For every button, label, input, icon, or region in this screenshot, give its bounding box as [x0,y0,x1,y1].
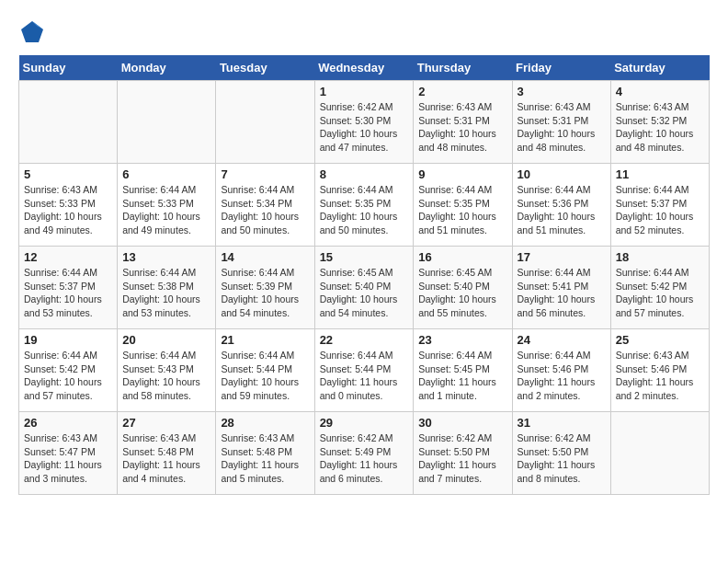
day-info: Sunrise: 6:45 AM Sunset: 5:40 PM Dayligh… [418,266,506,320]
day-info: Sunrise: 6:44 AM Sunset: 5:35 PM Dayligh… [320,183,409,237]
day-cell: 5Sunrise: 6:43 AM Sunset: 5:33 PM Daylig… [19,164,118,247]
day-number: 25 [616,333,704,347]
day-number: 9 [418,167,506,181]
calendar-table: SundayMondayTuesdayWednesdayThursdayFrid… [18,55,710,495]
week-row-1: 1Sunrise: 6:42 AM Sunset: 5:30 PM Daylig… [19,81,710,164]
day-info: Sunrise: 6:44 AM Sunset: 5:38 PM Dayligh… [122,266,210,320]
day-info: Sunrise: 6:44 AM Sunset: 5:44 PM Dayligh… [221,349,309,403]
day-cell: 24Sunrise: 6:44 AM Sunset: 5:46 PM Dayli… [512,329,610,412]
day-info: Sunrise: 6:43 AM Sunset: 5:46 PM Dayligh… [616,349,704,403]
svg-marker-0 [21,21,43,42]
day-number: 15 [320,250,409,264]
day-number: 24 [518,333,606,347]
week-row-3: 12Sunrise: 6:44 AM Sunset: 5:37 PM Dayli… [19,247,710,329]
day-number: 27 [122,416,210,430]
day-number: 13 [122,250,210,264]
day-cell: 12Sunrise: 6:44 AM Sunset: 5:37 PM Dayli… [19,247,118,329]
day-cell: 2Sunrise: 6:43 AM Sunset: 5:31 PM Daylig… [414,81,512,164]
day-cell: 26Sunrise: 6:43 AM Sunset: 5:47 PM Dayli… [19,412,118,495]
day-cell: 16Sunrise: 6:45 AM Sunset: 5:40 PM Dayli… [414,247,512,329]
day-cell: 27Sunrise: 6:43 AM Sunset: 5:48 PM Dayli… [118,412,216,495]
day-cell [216,81,314,164]
day-info: Sunrise: 6:43 AM Sunset: 5:48 PM Dayligh… [221,431,309,486]
day-info: Sunrise: 6:44 AM Sunset: 5:37 PM Dayligh… [616,183,704,237]
day-info: Sunrise: 6:44 AM Sunset: 5:42 PM Dayligh… [616,266,704,320]
col-header-saturday: Saturday [610,55,709,81]
day-info: Sunrise: 6:43 AM Sunset: 5:32 PM Dayligh… [616,100,704,155]
day-number: 18 [616,250,704,264]
day-info: Sunrise: 6:44 AM Sunset: 5:33 PM Dayligh… [122,183,210,237]
day-number: 4 [616,85,704,98]
day-info: Sunrise: 6:44 AM Sunset: 5:45 PM Dayligh… [418,349,506,403]
day-info: Sunrise: 6:44 AM Sunset: 5:36 PM Dayligh… [518,183,606,237]
day-number: 26 [24,416,112,430]
day-cell [610,412,709,495]
logo [18,18,50,46]
day-info: Sunrise: 6:44 AM Sunset: 5:35 PM Dayligh… [418,183,506,237]
header-row: SundayMondayTuesdayWednesdayThursdayFrid… [19,55,710,81]
day-number: 31 [518,416,606,430]
day-number: 7 [221,167,309,181]
day-info: Sunrise: 6:44 AM Sunset: 5:43 PM Dayligh… [122,349,210,403]
day-number: 20 [122,333,210,347]
col-header-sunday: Sunday [19,55,118,81]
col-header-friday: Friday [512,55,610,81]
day-cell [118,81,216,164]
logo-icon [18,18,46,46]
day-cell: 19Sunrise: 6:44 AM Sunset: 5:42 PM Dayli… [19,329,118,412]
day-info: Sunrise: 6:43 AM Sunset: 5:31 PM Dayligh… [518,100,606,155]
day-cell: 20Sunrise: 6:44 AM Sunset: 5:43 PM Dayli… [118,329,216,412]
day-cell: 8Sunrise: 6:44 AM Sunset: 5:35 PM Daylig… [314,164,414,247]
day-number: 2 [418,85,506,98]
day-info: Sunrise: 6:42 AM Sunset: 5:50 PM Dayligh… [418,431,506,486]
day-info: Sunrise: 6:44 AM Sunset: 5:46 PM Dayligh… [518,349,606,403]
day-number: 28 [221,416,309,430]
day-cell: 10Sunrise: 6:44 AM Sunset: 5:36 PM Dayli… [512,164,610,247]
day-number: 6 [122,167,210,181]
day-cell: 15Sunrise: 6:45 AM Sunset: 5:40 PM Dayli… [314,247,414,329]
col-header-thursday: Thursday [414,55,512,81]
day-number: 8 [320,167,409,181]
day-cell: 7Sunrise: 6:44 AM Sunset: 5:34 PM Daylig… [216,164,314,247]
day-number: 1 [320,85,409,98]
day-number: 30 [418,416,506,430]
day-cell: 9Sunrise: 6:44 AM Sunset: 5:35 PM Daylig… [414,164,512,247]
day-info: Sunrise: 6:43 AM Sunset: 5:31 PM Dayligh… [418,100,506,155]
day-info: Sunrise: 6:42 AM Sunset: 5:50 PM Dayligh… [518,431,606,486]
col-header-monday: Monday [118,55,216,81]
day-info: Sunrise: 6:44 AM Sunset: 5:34 PM Dayligh… [221,183,309,237]
day-number: 3 [518,85,606,98]
day-cell [19,81,118,164]
day-info: Sunrise: 6:42 AM Sunset: 5:30 PM Dayligh… [320,100,409,155]
day-cell: 17Sunrise: 6:44 AM Sunset: 5:41 PM Dayli… [512,247,610,329]
day-number: 22 [320,333,409,347]
day-cell: 25Sunrise: 6:43 AM Sunset: 5:46 PM Dayli… [610,329,709,412]
day-info: Sunrise: 6:43 AM Sunset: 5:48 PM Dayligh… [122,431,210,486]
day-info: Sunrise: 6:44 AM Sunset: 5:42 PM Dayligh… [24,349,112,403]
day-cell: 1Sunrise: 6:42 AM Sunset: 5:30 PM Daylig… [314,81,414,164]
col-header-tuesday: Tuesday [216,55,314,81]
day-cell: 3Sunrise: 6:43 AM Sunset: 5:31 PM Daylig… [512,81,610,164]
day-info: Sunrise: 6:44 AM Sunset: 5:39 PM Dayligh… [221,266,309,320]
week-row-4: 19Sunrise: 6:44 AM Sunset: 5:42 PM Dayli… [19,329,710,412]
day-info: Sunrise: 6:43 AM Sunset: 5:33 PM Dayligh… [24,183,112,237]
day-number: 11 [616,167,704,181]
day-number: 21 [221,333,309,347]
day-cell: 13Sunrise: 6:44 AM Sunset: 5:38 PM Dayli… [118,247,216,329]
day-cell: 23Sunrise: 6:44 AM Sunset: 5:45 PM Dayli… [414,329,512,412]
day-cell: 22Sunrise: 6:44 AM Sunset: 5:44 PM Dayli… [314,329,414,412]
day-cell: 11Sunrise: 6:44 AM Sunset: 5:37 PM Dayli… [610,164,709,247]
week-row-2: 5Sunrise: 6:43 AM Sunset: 5:33 PM Daylig… [19,164,710,247]
day-number: 19 [24,333,112,347]
day-cell: 29Sunrise: 6:42 AM Sunset: 5:49 PM Dayli… [314,412,414,495]
col-header-wednesday: Wednesday [314,55,414,81]
day-number: 17 [518,250,606,264]
day-cell: 21Sunrise: 6:44 AM Sunset: 5:44 PM Dayli… [216,329,314,412]
page-header [18,18,710,46]
day-cell: 30Sunrise: 6:42 AM Sunset: 5:50 PM Dayli… [414,412,512,495]
day-number: 5 [24,167,112,181]
day-number: 14 [221,250,309,264]
day-cell: 6Sunrise: 6:44 AM Sunset: 5:33 PM Daylig… [118,164,216,247]
day-info: Sunrise: 6:44 AM Sunset: 5:41 PM Dayligh… [518,266,606,320]
week-row-5: 26Sunrise: 6:43 AM Sunset: 5:47 PM Dayli… [19,412,710,495]
